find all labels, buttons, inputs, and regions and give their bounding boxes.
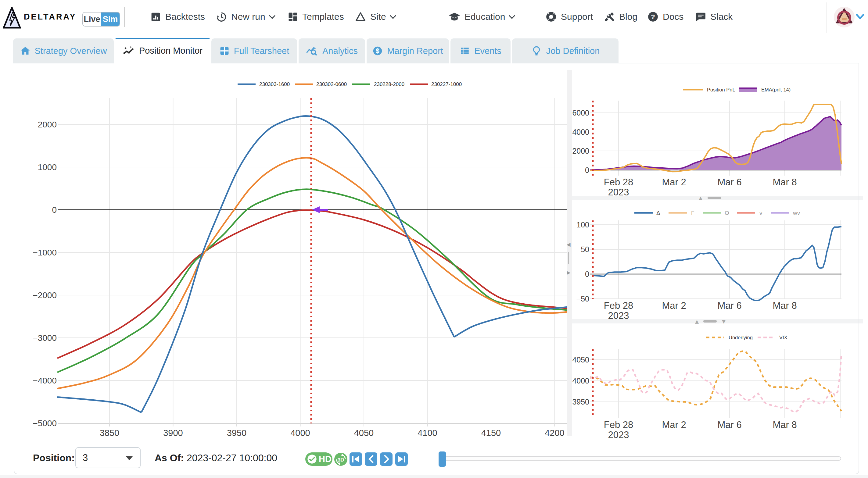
svg-text:2023: 2023 [608, 429, 629, 440]
svg-text:Mar 6: Mar 6 [717, 419, 741, 430]
svg-text:◂: ◂ [567, 240, 570, 249]
svg-text:230302-0600: 230302-0600 [316, 82, 347, 87]
svg-text:230228-2000: 230228-2000 [374, 82, 404, 87]
svg-text:Feb 28: Feb 28 [604, 177, 633, 188]
svg-text:50: 50 [581, 245, 589, 254]
svg-text:4100: 4100 [417, 428, 437, 438]
svg-text:3D: 3D [338, 457, 344, 463]
svg-text:Γ: Γ [691, 210, 694, 216]
svg-text:4000: 4000 [290, 428, 310, 438]
svg-text:3950: 3950 [572, 397, 589, 406]
svg-text:0: 0 [585, 270, 589, 278]
svg-text:4200: 4200 [545, 428, 564, 438]
svg-text:−5000: −5000 [33, 419, 57, 428]
svg-text:230303-1600: 230303-1600 [259, 82, 290, 87]
svg-text:−50: −50 [577, 294, 589, 303]
svg-text:Mar 6: Mar 6 [717, 300, 741, 311]
svg-text:Θ: Θ [725, 210, 729, 216]
svg-text:3900: 3900 [163, 428, 183, 438]
svg-text:$: $ [376, 47, 379, 55]
svg-text:▴: ▴ [699, 194, 703, 202]
svg-text:−2000: −2000 [33, 290, 57, 300]
svg-text:Mar 8: Mar 8 [773, 300, 797, 311]
svg-text:4000: 4000 [572, 377, 589, 385]
svg-text:4000: 4000 [572, 128, 589, 136]
svg-text:Feb 28: Feb 28 [604, 419, 633, 430]
svg-text:Underlying: Underlying [728, 335, 753, 340]
svg-text:EMA(pnl, 14): EMA(pnl, 14) [761, 87, 790, 92]
svg-text:Mar 2: Mar 2 [662, 300, 686, 311]
svg-text:3950: 3950 [227, 428, 247, 438]
svg-text:−1000: −1000 [33, 248, 57, 257]
svg-text:VIX: VIX [779, 335, 787, 340]
svg-text:Mar 2: Mar 2 [662, 419, 686, 430]
svg-text:4050: 4050 [354, 428, 374, 438]
svg-text:v: v [760, 210, 763, 216]
svg-text:wv: wv [793, 210, 800, 216]
svg-text:▸: ▸ [567, 268, 570, 277]
svg-text:Position PnL: Position PnL [707, 87, 735, 92]
svg-text:−4000: −4000 [33, 376, 57, 385]
svg-text:?: ? [651, 13, 655, 21]
svg-text:6000: 6000 [572, 108, 589, 117]
svg-text:Mar 8: Mar 8 [773, 419, 797, 430]
svg-text:2000: 2000 [38, 120, 57, 129]
svg-text:−3000: −3000 [33, 333, 57, 343]
svg-text:230227-1000: 230227-1000 [431, 82, 462, 87]
svg-text:2023: 2023 [608, 310, 629, 321]
svg-text:0: 0 [52, 205, 57, 215]
svg-text:4050: 4050 [572, 355, 589, 364]
svg-text:2000: 2000 [572, 147, 589, 155]
svg-text:1000: 1000 [38, 162, 57, 172]
svg-text:Mar 2: Mar 2 [662, 177, 686, 188]
svg-text:4150: 4150 [481, 428, 501, 438]
svg-text:▾: ▾ [722, 317, 725, 325]
svg-text:0: 0 [585, 166, 589, 174]
svg-text:▴: ▴ [695, 317, 699, 325]
svg-text:Δ: Δ [656, 210, 660, 216]
svg-text:Mar 6: Mar 6 [717, 177, 741, 188]
svg-text:100: 100 [577, 220, 589, 229]
svg-text:2023: 2023 [608, 187, 629, 197]
svg-text:3850: 3850 [100, 428, 120, 438]
svg-text:Feb 28: Feb 28 [604, 300, 633, 311]
svg-text:Mar 8: Mar 8 [773, 177, 797, 188]
